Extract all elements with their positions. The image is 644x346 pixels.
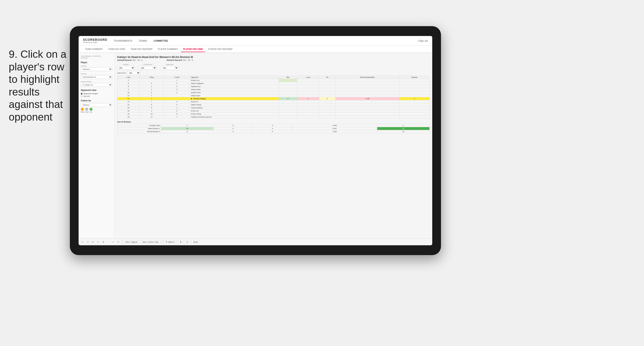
add-btn[interactable]: ⊕ (102, 240, 105, 244)
sub-nav-player-summary[interactable]: PLAYER SUMMARY (156, 47, 180, 52)
ood-row-foreign[interactable]: Foreign Team 1 0 0 4.500 2 (118, 124, 430, 127)
table-row[interactable]: 19106 Emily Chang (118, 113, 430, 116)
opponents-value-select[interactable]: (All) (127, 71, 140, 75)
grid-btn[interactable]: ⊞ (178, 240, 183, 244)
filters-row: Region (All) Conference (All) Opponent (117, 63, 430, 70)
instruction-number: 9. (9, 48, 18, 60)
region-select[interactable]: (All) (117, 66, 135, 70)
app-logo: SCOREBOARD Powered by clippd (83, 38, 107, 43)
table-row[interactable]: 1691 Jessica Mason (118, 106, 430, 109)
tablet-screen: SCOREBOARD Powered by clippd TOURNAMENTS… (78, 36, 432, 245)
gender-select[interactable]: Women's (81, 67, 112, 71)
radio-dot-opponents (81, 93, 82, 95)
undo-btn[interactable]: ↩ (81, 240, 84, 244)
table-row[interactable]: 1822 Euna Lee (118, 109, 430, 113)
bottom-toolbar: ↩ ↪ ⟳ ✂ ⊕ − + ⏱ View: Original Save Cust… (78, 238, 432, 245)
table-row[interactable]: 613 Sydney Kuo (118, 85, 430, 88)
colour-level (85, 108, 88, 111)
col-reg: # Reg (140, 76, 164, 79)
table-row[interactable]: 1474 Eunice Yi (118, 100, 430, 103)
sub-nav-player-h2h-grid[interactable]: PLAYER H2H GRID (181, 47, 205, 52)
table-row[interactable]: 914 Sharon Mun (118, 88, 430, 91)
plus-btn[interactable]: + (112, 240, 114, 244)
opponent-view-section: Opponent view Opponents Played Top 100 (81, 89, 112, 97)
table-row[interactable]: 20117 Federica Domecq Lacroze (118, 116, 430, 119)
col-diff: Diff Av Strokes/Rnd (336, 76, 400, 79)
col-div: # Div (118, 76, 140, 79)
nav-committee[interactable]: COMMITTEE (154, 39, 168, 43)
colour-by-title: Colour by (81, 99, 112, 102)
col-opponent: Opponent (190, 76, 278, 79)
main-nav: TOURNAMENTS TEAMS COMMITTEE (114, 39, 418, 43)
refresh-btn[interactable]: ⟳ (91, 240, 95, 244)
tablet-frame: SCOREBOARD Powered by clippd TOURNAMENTS… (70, 26, 441, 255)
minus-btn[interactable]: − (107, 240, 110, 244)
table-header-row: # Div # Reg # Conf Opponent Win Loss Tie… (118, 76, 430, 79)
out-of-division-title: Out of division (117, 121, 430, 123)
player-rank-field: Player (Rank) 8. Katelyn Vo (81, 81, 112, 87)
logo-title: SCOREBOARD (83, 38, 107, 41)
table-row[interactable]: 1585 Stella Chang (118, 103, 430, 106)
division-select[interactable]: NCAA Division III (81, 75, 112, 79)
colour-up (90, 108, 92, 111)
sub-nav-team-h2h-heatmap[interactable]: TEAM H2H HEATMAP (128, 47, 155, 52)
ood-row-naia1[interactable]: NAIA Division 1 15 0 0 9.267 30 (118, 127, 430, 130)
nav-tournaments[interactable]: TOURNAMENTS (114, 39, 132, 43)
sub-nav: TEAM SUMMARY TEAM H2H GRID TEAM H2H HEAT… (78, 46, 432, 53)
toolbar-divider-2 (162, 240, 162, 244)
col-tie: Tie (319, 76, 336, 79)
content-area: Katelyn Vo Head-to-Head Grid for Women's… (114, 53, 432, 238)
toolbar-divider-1 (122, 240, 122, 244)
colour-down (81, 108, 84, 111)
col-win: Win (278, 76, 297, 79)
content-title: Katelyn Vo Head-to-Head Grid for Women's… (117, 56, 193, 59)
player-rank-select[interactable]: 8. Katelyn Vo (81, 83, 112, 87)
row-arrow: ▶ (191, 98, 192, 100)
layout-btn[interactable]: ⊡ (185, 240, 190, 244)
col-conf: # Conf (164, 76, 190, 79)
instruction-text: 9. Click on a player's row to highlight … (9, 48, 70, 123)
radio-top100[interactable]: Top 100 (81, 95, 112, 97)
col-loss: Loss (297, 76, 319, 79)
colour-by-select[interactable]: Win/loss (81, 103, 112, 107)
division-field: Division NCAA Division III (81, 73, 112, 79)
opponent-view-title: Opponent view (81, 89, 112, 91)
colour-labels: Down Level Up (81, 111, 112, 113)
table-row[interactable]: 1063 Andrea York (118, 91, 430, 94)
cut-btn[interactable]: ✂ (96, 240, 100, 244)
division-label: Division (81, 73, 112, 75)
colour-by-section: Colour by Win/loss Down Level Up (81, 99, 112, 113)
radio-opponents-played[interactable]: Opponents Played (81, 93, 112, 95)
top-nav: SCOREBOARD Powered by clippd TOURNAMENTS… (78, 36, 432, 46)
highlighted-row[interactable]: 13 1 ▶Jessica Huang 0 1 0 -3.00 2 (118, 97, 430, 100)
watch-btn[interactable]: 👁 Watch ▾ (164, 240, 176, 244)
share-btn[interactable]: Share (192, 240, 200, 244)
view-original-btn[interactable]: View: Original (124, 240, 139, 244)
gender-label: Gender (81, 65, 112, 67)
col-rounds: Rounds (399, 76, 430, 79)
region-filter: Region (All) (117, 63, 135, 70)
h2h-table: # Div # Reg # Conf Opponent Win Loss Tie… (117, 76, 430, 119)
record-row: Overall Record: 353 - 34 - 6 Division Re… (117, 59, 193, 61)
save-custom-view-btn[interactable]: Save Custom View (140, 240, 160, 244)
table-row[interactable]: 131 Haeju Hyun (118, 94, 430, 97)
timer-btn[interactable]: ⏱ (116, 240, 120, 244)
redo-btn[interactable]: ↪ (86, 240, 90, 244)
opponent-filter: Opponent (All) (161, 63, 178, 70)
sub-nav-team-summary[interactable]: TEAM SUMMARY (83, 47, 105, 52)
sign-out-link[interactable]: | Sign out (418, 39, 428, 42)
colour-legend (81, 108, 112, 111)
radio-dot-top100 (81, 96, 82, 97)
table-row[interactable]: 31 Esther Lee (118, 79, 430, 82)
nav-teams[interactable]: TEAMS (139, 39, 147, 43)
sub-nav-player-h2h-heatmap[interactable]: PLAYER H2H HEATMAP (206, 47, 235, 52)
sub-nav-team-h2h-grid[interactable]: TEAM H2H GRID (106, 47, 128, 52)
ood-row-ncaa2[interactable]: NCAA Division 2 5 0 0 7.400 10 (118, 130, 430, 133)
conference-select[interactable]: (All) (139, 66, 156, 70)
player-rank-label: Player (Rank) (81, 81, 112, 83)
content-header: Katelyn Vo Head-to-Head Grid for Women's… (117, 56, 430, 63)
opponent-select[interactable]: (All) (161, 66, 178, 70)
table-row[interactable]: 522 Alexis Sudjianto (118, 82, 430, 85)
main-content: Last Updated: 27/03/202416:55:28 Player … (78, 53, 432, 238)
instruction-body: Click on a player's row to highlight res… (9, 48, 66, 123)
